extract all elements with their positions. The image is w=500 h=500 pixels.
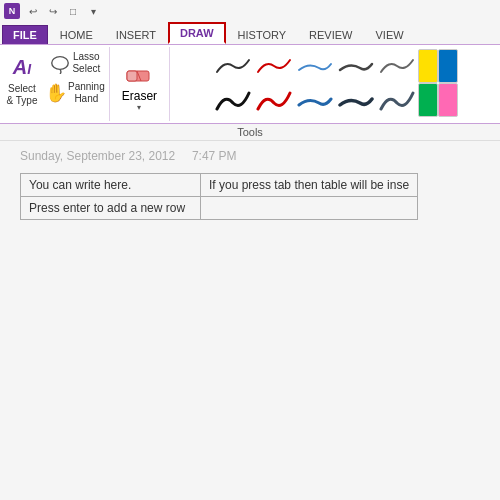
tools-label: Tools [237,126,263,138]
color-swatches [418,49,458,117]
tab-review[interactable]: REVIEW [298,25,363,44]
lasso-select-button[interactable]: LassoSelect [42,49,107,77]
app-icon-letter: N [9,6,16,16]
ribbon: AI Select & Type LassoSelect ✋ PanningHa… [0,44,500,124]
title-bar-controls: ↩ ↪ □ ▾ [24,3,102,19]
eraser-button[interactable]: Eraser ▾ [116,55,163,114]
ai-icon: AI [13,56,31,79]
page-area: Sunday, September 23, 2012 7:47 PM You c… [0,141,500,228]
table-row: Press enter to add a new row [21,197,418,220]
hand-icon-area: ✋ [44,81,68,105]
eraser-group: Eraser ▾ [110,47,170,121]
select-type-icon-area: AI [6,51,38,83]
tab-view[interactable]: VIEW [365,25,415,44]
qat-back[interactable]: ↩ [24,3,42,19]
tab-draw[interactable]: DRAW [168,22,226,44]
table-cell-1-2[interactable]: If you press tab then table will be inse [201,174,418,197]
swatch-pink[interactable] [438,83,458,117]
qat-dropdown[interactable]: ▾ [84,3,102,19]
ribbon-tabs: FILE HOME INSERT DRAW HISTORY REVIEW VIE… [0,22,500,44]
pen-black-1[interactable] [213,49,253,83]
pen-grid [213,49,417,118]
lasso-label: LassoSelect [72,51,100,75]
note-table: You can write here. If you press tab the… [20,173,418,220]
select-type-button[interactable]: AI Select & Type [2,49,42,109]
swatch-green[interactable] [418,83,438,117]
table-cell-1-1[interactable]: You can write here. [21,174,201,197]
panning-hand-button[interactable]: ✋ PanningHand [42,79,107,107]
select-type-label: Select & Type [7,83,38,107]
lasso-panning-group: LassoSelect ✋ PanningHand [42,49,107,107]
pen-red-2[interactable] [254,84,294,118]
pen-blue-2[interactable] [295,84,335,118]
svg-rect-2 [127,71,137,81]
date-text: Sunday, September 23, 2012 [20,149,175,163]
pen-red-1[interactable] [254,49,294,83]
tab-file[interactable]: FILE [2,25,48,44]
pen-dark3-2[interactable] [377,84,417,118]
pens-group [170,47,500,121]
tab-home[interactable]: HOME [49,25,104,44]
time-text: 7:47 PM [192,149,237,163]
lasso-icon [49,52,71,74]
lasso-icon-area [48,51,72,75]
eraser-svg [123,57,155,89]
pens-and-swatches [213,49,458,118]
pen-dark-2[interactable] [336,84,376,118]
tab-insert[interactable]: INSERT [105,25,167,44]
qat-save[interactable]: □ [64,3,82,19]
qat-forward[interactable]: ↪ [44,3,62,19]
tools-label-bar: Tools [0,124,500,141]
tab-history[interactable]: HISTORY [227,25,298,44]
hand-icon: ✋ [45,84,67,102]
app-icon: N [4,3,20,19]
table-cell-2-2[interactable] [201,197,418,220]
swatch-yellow[interactable] [418,49,438,83]
page-date: Sunday, September 23, 2012 7:47 PM [20,149,480,163]
select-group: AI Select & Type LassoSelect ✋ PanningHa… [0,47,110,121]
eraser-dropdown-arrow: ▾ [137,103,141,112]
panning-label: PanningHand [68,81,105,105]
table-cell-2-1[interactable]: Press enter to add a new row [21,197,201,220]
pen-black-2[interactable] [213,84,253,118]
pen-blue-1[interactable] [295,49,335,83]
table-row: You can write here. If you press tab the… [21,174,418,197]
pen-dark2-1[interactable] [377,49,417,83]
eraser-icon [123,57,155,89]
svg-point-0 [52,57,69,70]
pen-dark-1[interactable] [336,49,376,83]
title-bar: N ↩ ↪ □ ▾ [0,0,500,22]
swatch-blue-right[interactable] [438,49,458,83]
eraser-label: Eraser [122,89,157,103]
